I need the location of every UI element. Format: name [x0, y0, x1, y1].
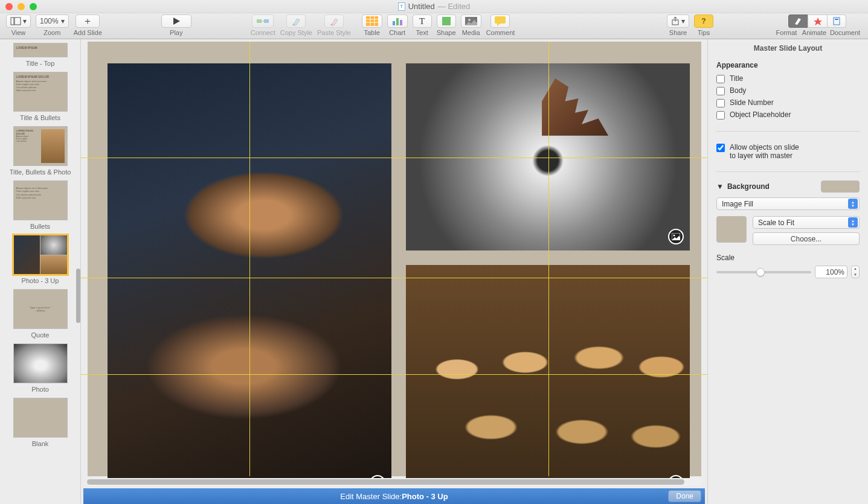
- thumb-label: Photo: [0, 386, 80, 393]
- svg-rect-8: [366, 16, 378, 26]
- animate-tab[interactable]: [808, 14, 827, 28]
- thumb-photo[interactable]: [13, 343, 68, 383]
- paste-style-button: [324, 14, 344, 28]
- thumb-label: Title & Bullets: [0, 114, 80, 121]
- chevron-down-icon: ▼: [716, 182, 724, 191]
- choose-image-button[interactable]: Choose...: [753, 232, 860, 245]
- text-button[interactable]: T: [413, 14, 432, 28]
- svg-point-6: [293, 24, 295, 26]
- svg-rect-16: [442, 17, 451, 25]
- allow-layer-checkbox[interactable]: Allow objects on slide to layer with mas…: [716, 143, 860, 160]
- select-arrows-icon: ▲▼: [848, 217, 858, 228]
- thumb-title-bullets[interactable]: LOREM IPSUM DOLOR Aliquam aliquet, amet …: [13, 72, 68, 112]
- svg-marker-2: [173, 18, 180, 25]
- connect-button: [252, 14, 274, 28]
- document-label: Document: [828, 29, 862, 36]
- thumb-title-bullets-photo[interactable]: LOREM IPSUM DOLORAliquam aliquetFusce sa…: [13, 126, 68, 166]
- table-label: Table: [364, 29, 379, 36]
- thumb-blank[interactable]: [13, 398, 68, 438]
- svg-rect-4: [264, 19, 269, 23]
- scale-slider[interactable]: [716, 271, 811, 273]
- thumb-label: Title, Bullets & Photo: [0, 168, 80, 176]
- chart-button[interactable]: [387, 14, 408, 28]
- zoom-value: 100%: [40, 17, 59, 25]
- select-arrows-icon: ▲▼: [848, 199, 858, 209]
- background-fill-select[interactable]: Image Fill ▲▼: [716, 197, 860, 210]
- thumb-photo-3up[interactable]: [13, 235, 68, 275]
- chart-label: Chart: [389, 29, 405, 36]
- add-slide-button[interactable]: ＋: [76, 14, 100, 28]
- image-scale-mode-select[interactable]: Scale to Fit ▲▼: [753, 216, 860, 229]
- canvas-scrollbar[interactable]: [86, 478, 702, 486]
- format-tab[interactable]: [788, 14, 808, 28]
- thumb-label: Photo - 3 Up: [0, 277, 80, 284]
- play-button[interactable]: [161, 14, 191, 28]
- svg-point-7: [330, 24, 332, 26]
- zoom-popup[interactable]: 100% ▾: [36, 14, 69, 28]
- slide-canvas[interactable]: Edit Master Slide: Photo - 3 Up Done: [81, 39, 707, 504]
- svg-rect-3: [257, 19, 262, 23]
- edit-master-name: Photo - 3 Up: [402, 492, 448, 501]
- format-inspector: Master Slide Layout Appearance Title Bod…: [707, 39, 868, 504]
- table-button[interactable]: [362, 14, 382, 28]
- document-tab[interactable]: [827, 14, 846, 28]
- window-title-suffix: — Edited: [438, 2, 470, 11]
- background-image-well[interactable]: [716, 216, 747, 243]
- svg-rect-23: [834, 18, 840, 25]
- view-label: View: [11, 29, 26, 36]
- object-placeholder-checkbox[interactable]: Object Placeholder: [716, 110, 860, 120]
- scale-value-field[interactable]: 100%: [815, 266, 847, 278]
- svg-point-28: [673, 235, 675, 237]
- scale-stepper[interactable]: ▲▼: [851, 266, 860, 278]
- shape-button[interactable]: [437, 14, 456, 28]
- animate-label: Animate: [800, 29, 828, 36]
- master-slide[interactable]: [88, 42, 701, 476]
- appearance-heading: Appearance: [716, 61, 860, 69]
- edit-master-bar: Edit Master Slide: Photo - 3 Up Done: [83, 488, 705, 504]
- background-disclosure[interactable]: ▼ Background: [716, 182, 770, 191]
- svg-rect-19: [495, 16, 506, 24]
- view-button[interactable]: ▾: [6, 14, 31, 28]
- inspector-title: Master Slide Layout: [708, 39, 868, 57]
- media-label: Media: [462, 29, 480, 36]
- thumb-quote[interactable]: "Type a quote here."— Attribution: [13, 289, 68, 329]
- document-proxy-icon[interactable]: T: [398, 2, 405, 11]
- image-placeholder-top-right[interactable]: [406, 63, 690, 250]
- svg-rect-15: [400, 20, 402, 25]
- slide-navigator[interactable]: LOREM IPSUM Title - Top LOREM IPSUM DOLO…: [0, 39, 81, 504]
- background-color-well[interactable]: [821, 180, 860, 193]
- format-label: Format: [773, 29, 800, 36]
- media-button[interactable]: [461, 14, 481, 28]
- svg-marker-20: [497, 24, 500, 26]
- body-checkbox[interactable]: Body: [716, 86, 860, 95]
- copy-style-label: Copy Style: [280, 29, 312, 36]
- window-titlebar: T Untitled — Edited: [0, 0, 868, 13]
- share-button[interactable]: ▾: [667, 14, 689, 28]
- image-placeholder-icon: [668, 229, 684, 244]
- title-checkbox[interactable]: Title: [716, 74, 860, 83]
- thumb-label: Quote: [0, 331, 80, 339]
- share-label: Share: [669, 29, 687, 36]
- text-label: Text: [416, 29, 428, 36]
- thumb-bullets[interactable]: Aliquam aliquet, est a ullamcorperFusce …: [13, 180, 68, 220]
- svg-rect-13: [393, 21, 395, 25]
- slide-number-checkbox[interactable]: Slide Number: [716, 98, 860, 107]
- thumb-label: Title - Top: [0, 60, 80, 67]
- zoom-label: Zoom: [43, 29, 60, 36]
- scale-label: Scale: [716, 254, 860, 262]
- image-placeholder-bottom-right[interactable]: [406, 265, 690, 478]
- copy-style-button: [286, 14, 306, 28]
- svg-rect-0: [11, 18, 14, 25]
- svg-rect-24: [835, 19, 838, 20]
- toolbar: ▾ View 100% ▾ Zoom ＋ Add Slide Play Conn…: [0, 13, 868, 39]
- comment-label: Comment: [486, 29, 515, 36]
- add-slide-label: Add Slide: [74, 29, 102, 36]
- svg-rect-14: [396, 18, 399, 25]
- done-button[interactable]: Done: [668, 490, 701, 502]
- thumb-label: Bullets: [0, 223, 80, 230]
- comment-button[interactable]: [490, 14, 510, 28]
- thumb-title-top[interactable]: LOREM IPSUM: [13, 43, 68, 57]
- connect-label: Connect: [251, 29, 275, 36]
- navigator-scrollbar[interactable]: [76, 75, 80, 498]
- tips-button[interactable]: ?: [694, 14, 713, 28]
